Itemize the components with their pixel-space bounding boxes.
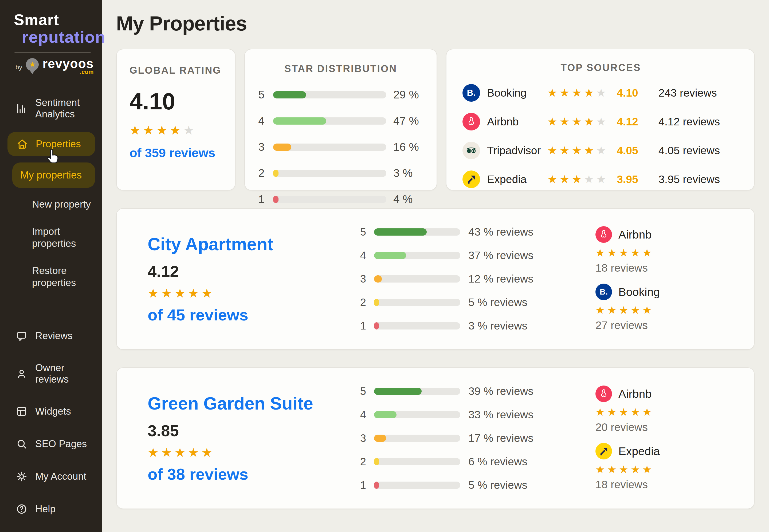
source-row-tripadvisor: Tripadvisor ★★★★★★★★★★ 4.05 4.05 reviews bbox=[462, 142, 739, 159]
source-stars: ★★★★★★★★★★ bbox=[547, 174, 609, 185]
global-rating-title: GLOBAL RATING bbox=[129, 65, 224, 76]
distribution-bar bbox=[374, 482, 460, 489]
sidebar-item-restore-properties[interactable]: Restore properties bbox=[0, 260, 102, 293]
property-stars: ★★★★★ ★★★★★ bbox=[148, 287, 359, 299]
property-rating: 3.85 bbox=[148, 422, 359, 440]
distribution-row: 4 33 % reviews bbox=[359, 408, 580, 421]
sidebar-item-my-account[interactable]: My Account bbox=[0, 465, 102, 488]
sidebar-item-new-property[interactable]: New property bbox=[0, 194, 102, 215]
property-title-link[interactable]: Green Garden Suite bbox=[148, 393, 359, 414]
sidebar-item-label: SEO Pages bbox=[35, 438, 87, 450]
distribution-row: 3 16 % bbox=[257, 141, 425, 153]
property-stars: ★★★★★ ★★★★★ bbox=[148, 446, 359, 459]
airbnb-icon bbox=[596, 226, 612, 243]
top-sources-title: TOP SOURCES bbox=[462, 62, 739, 73]
property-distribution: 5 43 % reviews 4 37 % reviews 3 12 % rev… bbox=[359, 224, 596, 334]
sidebar-item-label: My Account bbox=[35, 471, 86, 482]
distribution-bar bbox=[374, 252, 460, 259]
source-stars: ★★★★★ ★★★★★ bbox=[596, 248, 737, 258]
distribution-row: 5 43 % reviews bbox=[359, 226, 580, 238]
property-title-link[interactable]: City Apartment bbox=[148, 234, 359, 254]
distribution-bar bbox=[273, 91, 386, 98]
logo-divider bbox=[14, 52, 91, 53]
page-title: My Properties bbox=[116, 12, 755, 35]
brand-logo: Smart reputation by ★ revyoos .com bbox=[0, 9, 102, 75]
summary-row: GLOBAL RATING 4.10 ★★★★★ ★★★★★ of 359 re… bbox=[116, 49, 755, 190]
star-distribution-title: STAR DISTRIBUTION bbox=[257, 63, 425, 74]
sidebar-item-seo-pages[interactable]: SEO Pages bbox=[0, 432, 102, 455]
sidebar-item-owner-reviews[interactable]: Owner reviews bbox=[0, 357, 102, 390]
revyoos-pin-icon: ★ bbox=[25, 58, 39, 75]
sidebar-item-label: Sentiment Analytics bbox=[35, 97, 95, 120]
airbnb-icon bbox=[462, 113, 480, 130]
source-stars: ★★★★★ ★★★★★ bbox=[596, 305, 737, 315]
distribution-bar bbox=[374, 435, 460, 442]
source-row-airbnb: Airbnb ★★★★★★★★★★ 4.12 4.12 reviews bbox=[462, 113, 739, 130]
top-sources-card: TOP SOURCES B. Booking ★★★★★★★★★★ 4.10 2… bbox=[446, 49, 755, 190]
main-content: My Properties GLOBAL RATING 4.10 ★★★★★ ★… bbox=[102, 0, 769, 532]
home-icon bbox=[16, 138, 28, 150]
sidebar-item-label: Restore properties bbox=[32, 265, 76, 288]
property-source-airbnb: Airbnb ★★★★★ ★★★★★ 18 reviews bbox=[596, 226, 737, 274]
source-stars: ★★★★★ ★★★★★ bbox=[596, 464, 737, 475]
distribution-row: 2 6 % reviews bbox=[359, 455, 580, 468]
brand-line1: Smart bbox=[14, 11, 92, 29]
distribution-bar bbox=[374, 299, 460, 306]
property-card-green-garden-suite: Green Garden Suite 3.85 ★★★★★ ★★★★★ of 3… bbox=[116, 367, 755, 509]
distribution-row: 1 5 % reviews bbox=[359, 479, 580, 491]
person-icon bbox=[15, 368, 28, 380]
distribution-bar bbox=[374, 388, 460, 395]
source-stars: ★★★★★ ★★★★★ bbox=[596, 407, 737, 417]
sidebar-item-help[interactable]: Help bbox=[0, 498, 102, 521]
source-stars: ★★★★★★★★★★ bbox=[547, 145, 609, 156]
distribution-row: 4 37 % reviews bbox=[359, 249, 580, 262]
distribution-row: 4 47 % bbox=[257, 114, 425, 127]
distribution-bar bbox=[374, 411, 460, 418]
airbnb-icon bbox=[596, 386, 612, 402]
distribution-bar bbox=[374, 228, 460, 236]
global-rating-value: 4.10 bbox=[129, 88, 224, 115]
sidebar-item-label: Help bbox=[35, 503, 55, 515]
sidebar-item-log-out[interactable]: Log out bbox=[0, 530, 102, 532]
sidebar-item-reviews[interactable]: Reviews bbox=[0, 324, 102, 347]
property-card-city-apartment: City Apartment 4.12 ★★★★★ ★★★★★ of 45 re… bbox=[116, 208, 755, 350]
distribution-row: 1 3 % reviews bbox=[359, 320, 580, 332]
property-reviews-link[interactable]: of 45 reviews bbox=[148, 306, 248, 324]
sidebar-item-sentiment-analytics[interactable]: Sentiment Analytics bbox=[0, 92, 102, 125]
booking-icon: B. bbox=[462, 84, 480, 102]
brand-name: revyoos bbox=[42, 58, 93, 69]
sidebar-item-label: My properties bbox=[20, 169, 82, 181]
sidebar-item-label: Reviews bbox=[35, 330, 73, 342]
property-reviews-link[interactable]: of 38 reviews bbox=[148, 465, 248, 483]
brand-tld: .com bbox=[80, 69, 93, 75]
distribution-row: 3 12 % reviews bbox=[359, 273, 580, 285]
distribution-bar bbox=[273, 196, 386, 203]
layout-icon bbox=[15, 405, 28, 418]
global-reviews-link[interactable]: of 359 reviews bbox=[129, 145, 215, 160]
distribution-row: 3 17 % reviews bbox=[359, 432, 580, 444]
source-stars: ★★★★★★★★★★ bbox=[547, 88, 609, 98]
distribution-bar bbox=[374, 458, 460, 465]
property-source-booking: B. Booking ★★★★★ ★★★★★ 27 reviews bbox=[596, 284, 737, 332]
source-row-expedia: Expedia ★★★★★★★★★★ 3.95 3.95 reviews bbox=[462, 170, 739, 188]
distribution-row: 1 4 % bbox=[257, 193, 425, 206]
expedia-icon bbox=[462, 170, 480, 188]
sidebar-item-label: Owner reviews bbox=[35, 362, 95, 385]
booking-icon: B. bbox=[596, 284, 612, 300]
sidebar-item-widgets[interactable]: Widgets bbox=[0, 400, 102, 423]
property-rating: 4.12 bbox=[148, 262, 359, 281]
property-distribution: 5 39 % reviews 4 33 % reviews 3 17 % rev… bbox=[359, 383, 596, 494]
distribution-bar bbox=[374, 322, 460, 329]
distribution-row: 5 39 % reviews bbox=[359, 385, 580, 398]
sidebar-item-label: Import properties bbox=[32, 226, 76, 249]
global-rating-stars: ★★★★★ ★★★★★ bbox=[129, 124, 197, 136]
source-row-booking: B. Booking ★★★★★★★★★★ 4.10 243 reviews bbox=[462, 84, 739, 102]
brand-line2: reputation bbox=[22, 27, 92, 46]
distribution-row: 2 3 % bbox=[257, 167, 425, 180]
search-icon bbox=[15, 438, 28, 450]
sidebar: Smart reputation by ★ revyoos .com Senti… bbox=[0, 0, 102, 532]
distribution-bar bbox=[273, 117, 386, 125]
gear-icon bbox=[15, 470, 28, 483]
sidebar-item-label: Widgets bbox=[35, 406, 71, 417]
sidebar-item-import-properties[interactable]: Import properties bbox=[0, 221, 102, 254]
